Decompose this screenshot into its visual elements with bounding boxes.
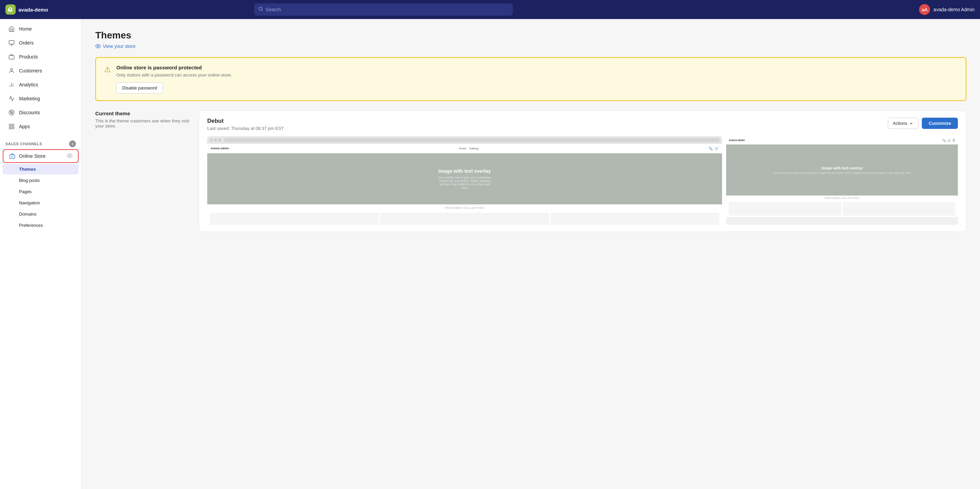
discounts-icon — [8, 109, 15, 116]
svg-point-20 — [97, 46, 99, 47]
actions-button[interactable]: Actions — [888, 117, 919, 129]
sales-channels-title: SALES CHANNELS — [5, 142, 42, 146]
subnav-item-navigation[interactable]: Navigation — [3, 198, 79, 208]
theme-actions: Actions Customize — [888, 117, 958, 129]
sidebar-products-label: Products — [19, 54, 38, 60]
search-icon — [258, 6, 263, 13]
user-menu[interactable]: aA avada-demo Admin — [919, 4, 975, 15]
subnav-item-pages[interactable]: Pages — [3, 186, 79, 197]
warning-icon: ⚠ — [104, 65, 111, 74]
alert-content: Online store is password protected Only … — [116, 65, 958, 94]
sidebar-main-section: Home Orders Products Customers — [0, 19, 81, 137]
sidebar-item-orders[interactable]: Orders — [3, 36, 79, 50]
customers-icon — [8, 67, 15, 74]
preview-desktop-nav: AVADA-DEMO Home Catalog 🔍 🛒 — [207, 144, 722, 153]
preview-hero-sub: Use overlay text to give your customers … — [438, 176, 492, 189]
customize-button[interactable]: Customize — [922, 117, 958, 129]
sidebar-item-marketing[interactable]: Marketing — [3, 92, 79, 105]
orders-icon — [8, 40, 15, 46]
avatar: aA — [919, 4, 930, 15]
preview-mobile-featured-label: FEATURED COLLECTION — [726, 195, 958, 201]
preview-nav-links: Home Catalog — [459, 147, 479, 150]
preview-mobile-product-2 — [843, 202, 955, 216]
preview-products — [207, 211, 722, 225]
sidebar-orders-label: Orders — [19, 40, 34, 46]
svg-point-10 — [12, 113, 13, 114]
search-input[interactable] — [266, 7, 509, 12]
preview-mobile-hero: Image with text overlay Use overlay text… — [726, 144, 958, 195]
theme-card-header: Debut Last saved: Thursday at 08:37 pm E… — [199, 111, 966, 137]
sidebar: Home Orders Products Customers — [0, 19, 82, 489]
browser-bar — [207, 137, 722, 144]
current-theme-info: Current theme This is the theme customer… — [95, 111, 191, 232]
sidebar-customers-label: Customers — [19, 68, 42, 73]
sidebar-item-home[interactable]: Home — [3, 22, 79, 36]
current-theme-section: Current theme This is the theme customer… — [95, 111, 966, 232]
sidebar-analytics-label: Analytics — [19, 82, 38, 87]
sidebar-item-products[interactable]: Products — [3, 50, 79, 64]
preview-mobile-brand: AVADA-DEMO — [729, 139, 745, 141]
sidebar-item-discounts[interactable]: Discounts — [3, 106, 79, 119]
subnav-item-domains[interactable]: Domains — [3, 209, 79, 219]
current-theme-label: Current theme — [95, 111, 191, 116]
svg-rect-14 — [12, 127, 14, 129]
view-store-link[interactable]: View your store — [95, 43, 966, 49]
store-name: avada-demo — [18, 7, 48, 13]
top-navigation: avada-demo aA avada-demo Admin — [0, 0, 980, 19]
theme-card: Debut Last saved: Thursday at 08:37 pm E… — [199, 111, 966, 232]
disable-password-button[interactable]: Disable password — [116, 82, 163, 94]
theme-info: Debut Last saved: Thursday at 08:37 pm E… — [207, 117, 284, 131]
app-layout: Home Orders Products Customers — [0, 19, 980, 489]
svg-point-19 — [69, 155, 70, 156]
subnav-item-blog-posts[interactable]: Blog posts — [3, 175, 79, 186]
view-icon — [95, 43, 101, 49]
password-alert: ⚠ Online store is password protected Onl… — [95, 57, 966, 101]
preview-mobile-icons: 🔍 🛒 ☰ — [942, 139, 955, 142]
view-store-label: View your store — [103, 43, 135, 49]
main-content: Themes View your store ⚠ Online store is… — [82, 19, 980, 489]
store-brand[interactable]: avada-demo — [5, 5, 48, 14]
svg-rect-13 — [12, 124, 14, 126]
theme-name: Debut — [207, 117, 284, 124]
online-store-label: Online Store — [19, 153, 46, 159]
svg-point-9 — [10, 111, 11, 112]
dot-green — [218, 139, 221, 141]
alert-description: Only visitors with a password can access… — [116, 72, 958, 78]
chevron-down-icon — [909, 121, 913, 125]
sidebar-item-apps[interactable]: Apps — [3, 120, 79, 133]
svg-line-1 — [262, 10, 263, 11]
home-icon — [8, 25, 15, 32]
preview-mobile-nav: AVADA-DEMO 🔍 🛒 ☰ — [726, 137, 958, 144]
sidebar-apps-label: Apps — [19, 124, 30, 129]
svg-point-0 — [259, 7, 262, 10]
sidebar-item-online-store[interactable]: Online Store — [3, 149, 79, 163]
current-theme-desc: This is the theme customers see when the… — [95, 118, 191, 129]
mobile-preview: AVADA-DEMO 🔍 🛒 ☰ Image with text overlay… — [726, 137, 958, 225]
apps-icon — [8, 123, 15, 130]
alert-title: Online store is password protected — [116, 65, 958, 70]
subnav-item-preferences[interactable]: Preferences — [3, 220, 79, 230]
sidebar-discounts-label: Discounts — [19, 110, 40, 115]
sidebar-item-analytics[interactable]: Analytics — [3, 78, 79, 92]
add-channel-button[interactable]: + — [69, 140, 76, 147]
products-icon — [8, 53, 15, 60]
preview-product-1 — [210, 213, 379, 225]
sidebar-home-label: Home — [19, 26, 32, 32]
user-name: avada-demo Admin — [933, 7, 975, 12]
dot-yellow — [214, 139, 217, 141]
url-bar — [224, 138, 719, 142]
preview-product-3 — [550, 213, 719, 225]
search-bar — [254, 3, 513, 16]
preview-desktop-hero: Image with text overlay Use overlay text… — [207, 153, 722, 204]
subnav-item-themes[interactable]: Themes — [3, 164, 79, 175]
svg-rect-2 — [9, 40, 14, 44]
preview-featured-label: FEATURED COLLECTION — [207, 204, 722, 211]
shopify-logo-icon — [5, 5, 16, 14]
online-store-icon — [9, 153, 16, 159]
theme-preview: AVADA-DEMO Home Catalog 🔍 🛒 Image — [199, 137, 966, 232]
sidebar-item-customers[interactable]: Customers — [3, 64, 79, 78]
svg-line-11 — [10, 111, 13, 114]
svg-point-5 — [11, 68, 13, 70]
preview-brand: AVADA-DEMO — [211, 147, 229, 150]
marketing-icon — [8, 95, 15, 102]
